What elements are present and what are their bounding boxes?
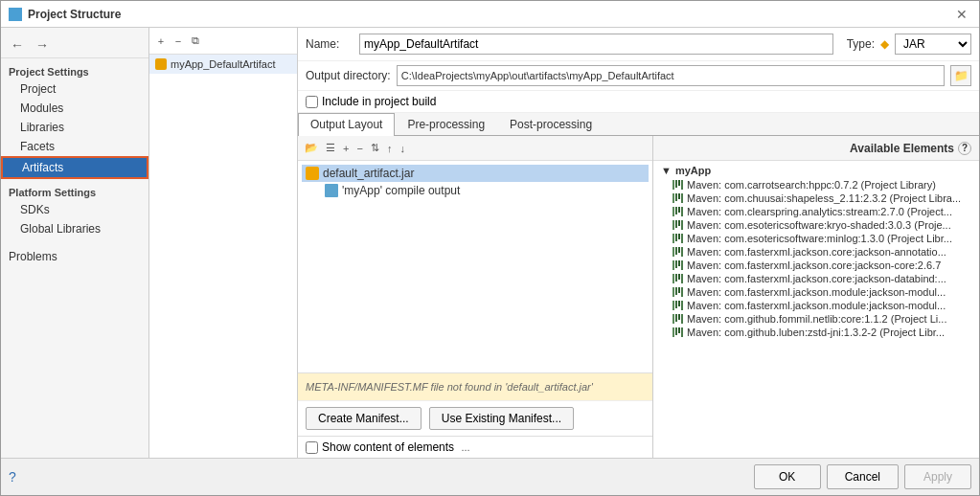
- show-content-label: Show content of elements: [322, 440, 454, 454]
- list-item[interactable]: Maven: com.chuusai:shapeless_2.11:2.3.2 …: [653, 192, 979, 205]
- layout-toolbar: 📂 ☰ + − ⇅ ↑ ↓: [298, 136, 652, 161]
- more-options-button[interactable]: ...: [458, 440, 473, 454]
- maven-icon: [672, 220, 683, 230]
- tabs-row: Output Layout Pre-processing Post-proces…: [298, 113, 979, 136]
- available-elements-label: Available Elements: [850, 142, 954, 155]
- tree-item-compile[interactable]: 'myApp' compile output: [302, 182, 649, 199]
- maven-icon: [672, 327, 683, 337]
- artifact-item[interactable]: myApp_DefaultArtifact: [149, 55, 297, 74]
- use-existing-manifest-button[interactable]: Use Existing Manifest...: [429, 407, 574, 430]
- group-expand-icon: ▼: [661, 165, 672, 176]
- type-label: Type:: [847, 37, 875, 51]
- avail-item-label: Maven: com.clearspring.analytics:stream:…: [687, 206, 952, 217]
- list-item[interactable]: Maven: com.clearspring.analytics:stream:…: [653, 205, 979, 218]
- type-select[interactable]: JAR: [895, 34, 971, 55]
- manifest-buttons: Create Manifest... Use Existing Manifest…: [298, 400, 652, 436]
- jar-type-icon: ◆: [880, 37, 889, 51]
- maven-icon: [672, 180, 683, 190]
- copy-artifact-button[interactable]: ⧉: [188, 34, 203, 48]
- avail-item-label: Maven: com.fasterxml.jackson.core:jackso…: [687, 246, 946, 258]
- name-input[interactable]: [359, 34, 833, 55]
- list-item[interactable]: Maven: com.fasterxml.jackson.module:jack…: [653, 299, 979, 312]
- include-checkbox[interactable]: [306, 96, 318, 108]
- list-item[interactable]: Maven: com.fasterxml.jackson.module:jack…: [653, 285, 979, 299]
- folder-icon: [325, 184, 338, 197]
- forward-button[interactable]: →: [32, 35, 53, 55]
- title-bar: Project Structure ✕: [1, 1, 979, 28]
- up-btn[interactable]: ↑: [384, 142, 396, 155]
- show-content-checkbox[interactable]: [306, 441, 318, 454]
- add-btn[interactable]: +: [340, 142, 352, 155]
- list-view-button[interactable]: ☰: [323, 141, 338, 155]
- avail-item-label: Maven: com.fasterxml.jackson.module:jack…: [687, 300, 946, 311]
- sidebar-item-label-libraries: Libraries: [20, 121, 64, 134]
- artifact-list-panel: + − ⧉ myApp_DefaultArtifact: [149, 28, 298, 458]
- include-checkbox-row: Include in project build: [298, 91, 979, 113]
- output-dir-label: Output directory:: [306, 69, 391, 82]
- create-manifest-button[interactable]: Create Manifest...: [306, 407, 422, 430]
- tab-output-layout[interactable]: Output Layout: [298, 113, 395, 136]
- avail-item-label: Maven: com.fasterxml.jackson.core:jackso…: [687, 273, 946, 284]
- compile-label: 'myApp' compile output: [342, 184, 460, 197]
- back-button[interactable]: ←: [7, 35, 28, 55]
- avail-item-label: Maven: com.fasterxml.jackson.module:jack…: [687, 286, 946, 298]
- available-list: ▼ myApp Maven: com.carrotsearch:hppc:0.7…: [653, 161, 979, 458]
- output-dir-input[interactable]: [397, 65, 945, 86]
- list-item[interactable]: Maven: com.github.luben:zstd-jni:1.3.2-2…: [653, 326, 979, 339]
- tab-pre-processing[interactable]: Pre-processing: [395, 113, 497, 135]
- maven-icon: [672, 247, 683, 257]
- list-item[interactable]: Maven: com.fasterxml.jackson.core:jackso…: [653, 245, 979, 259]
- list-item[interactable]: Maven: com.esotericsoftware:kryo-shaded:…: [653, 218, 979, 232]
- sidebar-item-modules[interactable]: Modules: [1, 99, 148, 118]
- tree-item-jar[interactable]: default_artifact.jar: [302, 165, 649, 182]
- list-item[interactable]: Maven: com.esotericsoftware:minlog:1.3.0…: [653, 232, 979, 245]
- tab-post-processing[interactable]: Post-processing: [497, 113, 604, 135]
- maven-icon: [672, 274, 683, 283]
- maven-icon: [672, 287, 683, 297]
- sidebar-item-facets[interactable]: Facets: [1, 137, 148, 156]
- sidebar-item-label-project: Project: [20, 82, 56, 96]
- main-configuration-area: Name: Type: ◆ JAR Output directory: 📁 In…: [298, 28, 979, 458]
- help-icon[interactable]: ?: [958, 142, 971, 155]
- apply-button[interactable]: Apply: [904, 464, 971, 489]
- avail-item-label: Maven: com.chuusai:shapeless_2.11:2.3.2 …: [687, 192, 961, 204]
- sidebar-item-problems[interactable]: Problems: [1, 242, 148, 265]
- available-group-myapp[interactable]: ▼ myApp: [653, 163, 979, 178]
- close-button[interactable]: ✕: [952, 5, 971, 24]
- list-item[interactable]: Maven: com.carrotsearch:hppc:0.7.2 (Proj…: [653, 178, 979, 192]
- browse-dir-button[interactable]: 📁: [950, 65, 971, 86]
- title-bar-left: Project Structure: [9, 8, 121, 21]
- sidebar: ← → Project Settings Project Modules Lib…: [1, 28, 149, 458]
- maven-icon: [672, 260, 683, 270]
- sidebar-item-libraries[interactable]: Libraries: [1, 118, 148, 137]
- extract-button[interactable]: 📂: [302, 141, 321, 155]
- available-elements-panel: Available Elements ? ▼ myApp Maven:: [653, 136, 979, 458]
- sidebar-item-global-libraries[interactable]: Global Libraries: [1, 219, 148, 238]
- maven-icon: [672, 314, 683, 324]
- ok-button[interactable]: OK: [754, 464, 821, 489]
- name-row: Name: Type: ◆ JAR: [298, 28, 979, 61]
- add-artifact-button[interactable]: +: [153, 34, 169, 48]
- list-item[interactable]: Maven: com.fasterxml.jackson.core:jackso…: [653, 259, 979, 272]
- jar-file-label: default_artifact.jar: [323, 167, 414, 180]
- sidebar-item-label-global-libraries: Global Libraries: [20, 222, 101, 236]
- bottom-bar: ? OK Cancel Apply: [1, 458, 979, 495]
- split-area: 📂 ☰ + − ⇅ ↑ ↓ default_artifact.jar: [298, 136, 979, 458]
- cancel-button[interactable]: Cancel: [827, 464, 899, 489]
- sort-btn[interactable]: ⇅: [368, 141, 382, 155]
- list-item[interactable]: Maven: com.github.fommil.netlib:core:1.1…: [653, 312, 979, 326]
- remove-btn[interactable]: −: [353, 142, 365, 155]
- list-item[interactable]: Maven: com.fasterxml.jackson.core:jackso…: [653, 272, 979, 285]
- sidebar-item-sdks[interactable]: SDKs: [1, 200, 148, 219]
- avail-item-label: Maven: com.esotericsoftware:kryo-shaded:…: [687, 219, 951, 231]
- help-button[interactable]: ?: [9, 469, 16, 485]
- platform-settings-label: Platform Settings: [1, 179, 148, 200]
- available-header: Available Elements ?: [653, 136, 979, 161]
- main-content: ← → Project Settings Project Modules Lib…: [1, 28, 979, 458]
- down-btn[interactable]: ↓: [397, 142, 408, 155]
- name-label: Name:: [306, 37, 353, 51]
- sidebar-item-artifacts[interactable]: Artifacts: [1, 156, 148, 179]
- maven-icon: [672, 234, 683, 243]
- sidebar-item-project[interactable]: Project: [1, 79, 148, 99]
- remove-artifact-button[interactable]: −: [171, 34, 186, 48]
